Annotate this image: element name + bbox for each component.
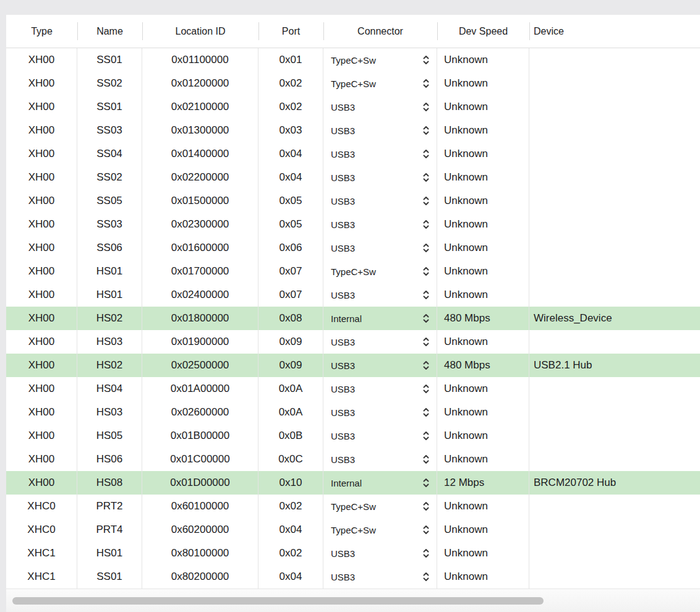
cell-name: HS02 (77, 354, 142, 377)
column-header-name[interactable]: Name (77, 15, 142, 48)
cell-name: HS01 (77, 542, 142, 565)
cell-type: XH00 (6, 448, 77, 471)
cell-dev-speed: Unknown (437, 377, 529, 401)
connector-popup-button[interactable]: USB3 (323, 119, 437, 142)
cell-port: 0x0C (258, 448, 323, 471)
connector-value: USB3 (331, 431, 355, 441)
connector-popup-button[interactable]: USB3 (323, 565, 437, 589)
cell-name: PRT2 (77, 495, 142, 518)
connector-value: TypeC+Sw (331, 55, 376, 66)
cell-type: XH00 (6, 283, 77, 307)
cell-location-id: 0x01B00000 (142, 424, 258, 448)
table-row[interactable]: XH00 SS01 0x01100000 0x01 TypeC+Sw Unkno… (6, 48, 700, 72)
up-down-chevrons-icon (423, 360, 429, 370)
table-row[interactable]: XH00 HS03 0x01900000 0x09 USB3 Unknown (6, 330, 700, 354)
cell-port: 0x04 (258, 166, 323, 189)
table-row[interactable]: XH00 HS06 0x01C00000 0x0C USB3 Unknown (6, 448, 700, 471)
column-header-port[interactable]: Port (258, 15, 323, 48)
cell-dev-speed: Unknown (437, 142, 529, 166)
connector-popup-button[interactable]: USB3 (323, 166, 437, 189)
table-row[interactable]: XH00 SS02 0x02200000 0x04 USB3 Unknown (6, 166, 700, 189)
table-row[interactable]: XH00 HS02 0x01800000 0x08 Internal 480 M… (6, 307, 700, 330)
table-row[interactable]: XHC1 HS01 0x80100000 0x02 USB3 Unknown (6, 542, 700, 565)
connector-popup-button[interactable]: USB3 (323, 236, 437, 260)
table-row[interactable]: XH00 HS02 0x02500000 0x09 USB3 480 Mbps … (6, 354, 700, 377)
cell-location-id: 0x02200000 (142, 166, 258, 189)
cell-device (529, 166, 700, 189)
cell-name: HS06 (77, 448, 142, 471)
cell-device: USB2.1 Hub (529, 354, 700, 377)
cell-location-id: 0x01C00000 (142, 448, 258, 471)
connector-value: USB3 (331, 290, 355, 300)
connector-popup-button[interactable]: USB3 (323, 354, 437, 377)
cell-location-id: 0x02100000 (142, 95, 258, 119)
connector-popup-button[interactable]: Internal (323, 307, 437, 330)
table-row[interactable]: XH00 HS04 0x01A00000 0x0A USB3 Unknown (6, 377, 700, 401)
cell-dev-speed: Unknown (437, 72, 529, 95)
horizontal-scrollbar-thumb[interactable] (12, 597, 544, 605)
cell-device (529, 542, 700, 565)
table-row[interactable]: XHC0 PRT2 0x60100000 0x02 TypeC+Sw Unkno… (6, 495, 700, 518)
cell-type: XH00 (6, 119, 77, 142)
connector-popup-button[interactable]: USB3 (323, 283, 437, 307)
connector-popup-button[interactable]: TypeC+Sw (323, 260, 437, 283)
table-row[interactable]: XH00 SS03 0x01300000 0x03 USB3 Unknown (6, 119, 700, 142)
cell-name: HS03 (77, 330, 142, 354)
table-row[interactable]: XH00 HS05 0x01B00000 0x0B USB3 Unknown (6, 424, 700, 448)
column-header-device[interactable]: Device (529, 15, 700, 48)
column-header-connector[interactable]: Connector (323, 15, 437, 48)
connector-popup-button[interactable]: TypeC+Sw (323, 495, 437, 518)
connector-popup-button[interactable]: TypeC+Sw (323, 72, 437, 95)
cell-type: XH00 (6, 48, 77, 72)
cell-name: SS03 (77, 119, 142, 142)
table-body: XH00 SS01 0x01100000 0x01 TypeC+Sw Unkno… (6, 48, 700, 589)
table-row[interactable]: XH00 HS08 0x01D00000 0x10 Internal 12 Mb… (6, 471, 700, 495)
connector-popup-button[interactable]: USB3 (323, 330, 437, 354)
cell-device (529, 119, 700, 142)
table-row[interactable]: XH00 HS01 0x01700000 0x07 TypeC+Sw Unkno… (6, 260, 700, 283)
column-header-location-id[interactable]: Location ID (142, 15, 258, 48)
table-row[interactable]: XH00 SS06 0x01600000 0x06 USB3 Unknown (6, 236, 700, 260)
connector-value: USB3 (331, 337, 355, 347)
connector-popup-button[interactable]: USB3 (323, 189, 437, 213)
connector-popup-button[interactable]: USB3 (323, 448, 437, 471)
cell-type: XH00 (6, 401, 77, 424)
connector-popup-button[interactable]: USB3 (323, 213, 437, 236)
cell-type: XHC0 (6, 518, 77, 542)
cell-name: SS06 (77, 236, 142, 260)
up-down-chevrons-icon (423, 125, 429, 135)
up-down-chevrons-icon (423, 290, 429, 300)
cell-type: XH00 (6, 236, 77, 260)
table-row[interactable]: XH00 HS01 0x02400000 0x07 USB3 Unknown (6, 283, 700, 307)
cell-type: XH00 (6, 471, 77, 495)
connector-popup-button[interactable]: USB3 (323, 142, 437, 166)
table-row[interactable]: XH00 SS01 0x02100000 0x02 USB3 Unknown (6, 95, 700, 119)
table-row[interactable]: XH00 SS04 0x01400000 0x04 USB3 Unknown (6, 142, 700, 166)
cell-location-id: 0x01400000 (142, 142, 258, 166)
table-row[interactable]: XH00 SS03 0x02300000 0x05 USB3 Unknown (6, 213, 700, 236)
table-row[interactable]: XHC1 SS01 0x80200000 0x04 USB3 Unknown (6, 565, 700, 589)
cell-name: SS02 (77, 166, 142, 189)
table-row[interactable]: XH00 SS02 0x01200000 0x02 TypeC+Sw Unkno… (6, 72, 700, 95)
connector-value: TypeC+Sw (331, 501, 376, 512)
up-down-chevrons-icon (423, 266, 429, 276)
connector-popup-button[interactable]: TypeC+Sw (323, 48, 437, 72)
connector-popup-button[interactable]: USB3 (323, 542, 437, 565)
cell-device (529, 142, 700, 166)
cell-name: HS01 (77, 260, 142, 283)
connector-popup-button[interactable]: USB3 (323, 377, 437, 401)
column-header-dev-speed[interactable]: Dev Speed (437, 15, 529, 48)
connector-popup-button[interactable]: TypeC+Sw (323, 518, 437, 542)
table-row[interactable]: XH00 HS03 0x02600000 0x0A USB3 Unknown (6, 401, 700, 424)
cell-device (529, 283, 700, 307)
up-down-chevrons-icon (423, 79, 429, 88)
table-row[interactable]: XH00 SS05 0x01500000 0x05 USB3 Unknown (6, 189, 700, 213)
connector-popup-button[interactable]: USB3 (323, 424, 437, 448)
up-down-chevrons-icon (423, 313, 429, 323)
connector-popup-button[interactable]: USB3 (323, 401, 437, 424)
table-row[interactable]: XHC0 PRT4 0x60200000 0x04 TypeC+Sw Unkno… (6, 518, 700, 542)
horizontal-scrollbar-track[interactable] (6, 589, 700, 612)
connector-popup-button[interactable]: USB3 (323, 95, 437, 119)
column-header-type[interactable]: Type (6, 15, 77, 48)
connector-popup-button[interactable]: Internal (323, 471, 437, 495)
